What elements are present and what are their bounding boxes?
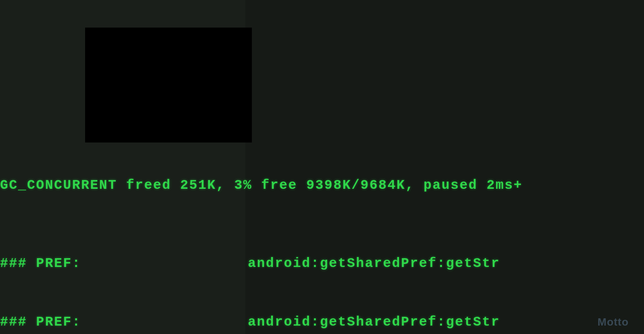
terminal-output[interactable]: , GC_CONCURRENT freed 251K, 3% free 9398… bbox=[0, 0, 644, 334]
log-line-gc: GC_CONCURRENT freed 251K, 3% free 9398K/… bbox=[0, 176, 644, 195]
redaction-block bbox=[85, 28, 252, 142]
pref-prefix: ### PREF: bbox=[0, 256, 81, 271]
pref-suffix: android:getSharedPref:getStr bbox=[248, 314, 500, 330]
pref-suffix: android:getSharedPref:getStr bbox=[248, 256, 500, 271]
log-line-pref: ### PREF:android:getSharedPref:getStr bbox=[0, 254, 644, 273]
pref-prefix: ### PREF: bbox=[0, 314, 81, 330]
log-line-pref: ### PREF:android:getSharedPref:getStr bbox=[0, 313, 644, 332]
